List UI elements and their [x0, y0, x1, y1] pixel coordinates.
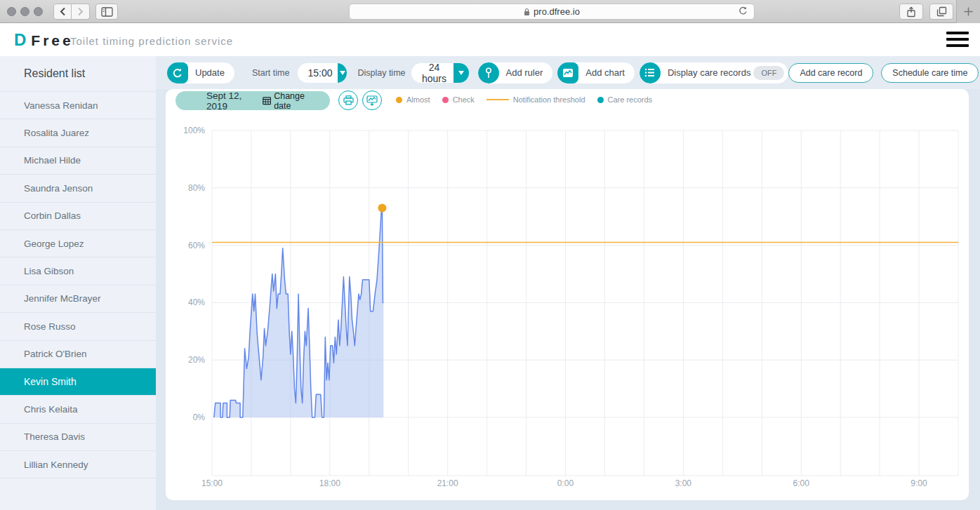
share-icon — [906, 6, 916, 18]
chart-card: 0%20%40%60%80%100%15:0018:0021:000:003:0… — [166, 89, 969, 500]
export-chart-icon — [366, 95, 378, 106]
almost-dot-icon — [396, 97, 402, 103]
calendar-icon — [263, 96, 271, 105]
resident-list-item[interactable]: Corbin Dallas — [0, 203, 156, 230]
browser-bar: pro.dfree.io — [0, 0, 980, 23]
refresh-icon — [167, 62, 188, 83]
add-ruler-label: Add ruler — [499, 67, 553, 78]
start-time-label: Start time — [252, 68, 290, 78]
chevron-right-icon — [77, 7, 84, 16]
threshold-line-icon — [486, 99, 509, 100]
main-content: Update Start time 15:00 Display time 24 … — [156, 56, 980, 510]
update-button[interactable]: Update — [167, 62, 234, 83]
chart-legend: Almost Check Notification threshold Care… — [396, 95, 652, 104]
resident-list-item[interactable]: Rose Russo — [0, 313, 156, 340]
chart-icon — [557, 62, 578, 83]
ruler-pin-icon — [478, 62, 499, 83]
reload-button[interactable] — [738, 6, 748, 19]
svg-text:3:00: 3:00 — [675, 478, 692, 488]
svg-text:6:00: 6:00 — [793, 478, 810, 488]
prediction-chart: 0%20%40%60%80%100%15:0018:0021:000:003:0… — [166, 89, 969, 500]
resident-list-item[interactable]: Rosalita Juarez — [0, 119, 156, 147]
app-logo: D Free — [14, 30, 74, 50]
traffic-light-minimize-icon[interactable] — [20, 7, 29, 16]
change-date-label: Change date — [274, 91, 322, 111]
export-chart-button[interactable] — [362, 90, 382, 110]
start-time-select[interactable]: 15:00 — [298, 63, 347, 83]
logo-d: D — [14, 30, 26, 50]
menu-button[interactable] — [946, 32, 969, 47]
legend-almost: Almost — [396, 95, 430, 104]
add-care-record-button[interactable]: Add care record — [788, 63, 873, 83]
svg-text:21:00: 21:00 — [437, 478, 458, 488]
print-button[interactable] — [338, 90, 358, 110]
display-care-records-toggle[interactable]: Display care records OFF — [640, 62, 789, 83]
toolbar-right-group: Add care record Schedule care time Edit … — [788, 63, 964, 83]
add-ruler-button[interactable]: Add ruler — [478, 62, 553, 83]
share-button[interactable] — [899, 4, 923, 20]
forward-button[interactable] — [72, 4, 90, 20]
resident-list-item-selected[interactable]: Kevin Smith — [0, 368, 156, 396]
legend-check: Check — [442, 95, 475, 104]
display-time-select[interactable]: 24 hours — [411, 63, 469, 83]
start-time-value: 15:00 — [298, 67, 338, 79]
update-label: Update — [188, 67, 234, 78]
care-records-dot-icon — [597, 97, 604, 103]
new-tab-button[interactable] — [956, 0, 980, 23]
resident-list-item[interactable]: Michael Hilde — [0, 147, 156, 175]
back-button[interactable] — [53, 4, 72, 20]
hamburger-icon — [946, 32, 969, 34]
resident-list-item[interactable]: Patrick O'Brien — [0, 341, 156, 368]
svg-text:100%: 100% — [183, 126, 205, 135]
care-records-state-badge: OFF — [753, 66, 784, 80]
plus-icon — [964, 7, 973, 16]
chevron-down-icon — [338, 63, 347, 83]
svg-text:0%: 0% — [193, 412, 206, 422]
tabs-icon — [936, 6, 947, 17]
svg-text:0:00: 0:00 — [557, 478, 574, 488]
svg-text:15:00: 15:00 — [201, 478, 223, 488]
add-chart-label: Add chart — [578, 67, 635, 78]
display-care-records-label: Display care records — [661, 67, 757, 78]
resident-list-item[interactable]: George Lopez — [0, 230, 156, 257]
check-dot-icon — [442, 97, 449, 103]
resident-list-item[interactable]: Jennifer McBrayer — [0, 286, 156, 313]
display-time-value: 24 hours — [411, 63, 453, 83]
legend-care-records: Care records — [597, 95, 653, 104]
schedule-care-time-button[interactable]: Schedule care time — [881, 63, 979, 83]
svg-text:18:00: 18:00 — [319, 478, 340, 488]
display-time-label: Display time — [357, 68, 405, 78]
care-records-list-icon — [640, 62, 661, 83]
toolbar: Update Start time 15:00 Display time 24 … — [156, 56, 980, 89]
resident-list-item[interactable]: Vanessa Renidan — [0, 92, 156, 119]
traffic-light-maximize-icon[interactable] — [34, 7, 43, 16]
printer-icon — [343, 95, 354, 105]
reload-icon — [738, 6, 748, 16]
logo-free: Free — [31, 32, 73, 49]
address-bar[interactable]: pro.dfree.io — [349, 4, 755, 20]
svg-text:60%: 60% — [188, 241, 205, 250]
change-date-button[interactable]: Change date — [263, 91, 322, 111]
tab-overview-button[interactable] — [929, 4, 953, 20]
date-display: Sept 12, 2019 Change date — [176, 91, 330, 110]
app-tagline: Toilet timing prediction service — [70, 35, 233, 47]
resident-list-item[interactable]: Theresa Davis — [0, 424, 156, 451]
chevron-down-icon — [453, 63, 469, 83]
chevron-left-icon — [60, 7, 66, 16]
url-text: pro.dfree.io — [534, 6, 580, 17]
resident-list-item[interactable]: Lisa Gibson — [0, 257, 156, 285]
svg-text:20%: 20% — [188, 355, 205, 365]
resident-list-item[interactable]: Lillian Kennedy — [0, 451, 156, 478]
browser-nav — [53, 4, 90, 20]
add-chart-button[interactable]: Add chart — [557, 62, 635, 83]
traffic-light-close-icon[interactable] — [7, 7, 16, 16]
resident-list-item[interactable]: Saundra Jenson — [0, 175, 156, 202]
resident-sidebar: Resident list Vanessa Renidan Rosalita J… — [0, 56, 156, 510]
resident-list-item[interactable]: Chris Kelaita — [0, 396, 156, 423]
svg-text:9:00: 9:00 — [911, 478, 927, 488]
app-header: D Free Toilet timing prediction service — [0, 23, 980, 56]
lock-icon — [524, 8, 530, 16]
svg-text:80%: 80% — [188, 183, 205, 193]
sidebar-toggle-button[interactable] — [95, 4, 118, 20]
resident-list-title: Resident list — [0, 56, 156, 92]
